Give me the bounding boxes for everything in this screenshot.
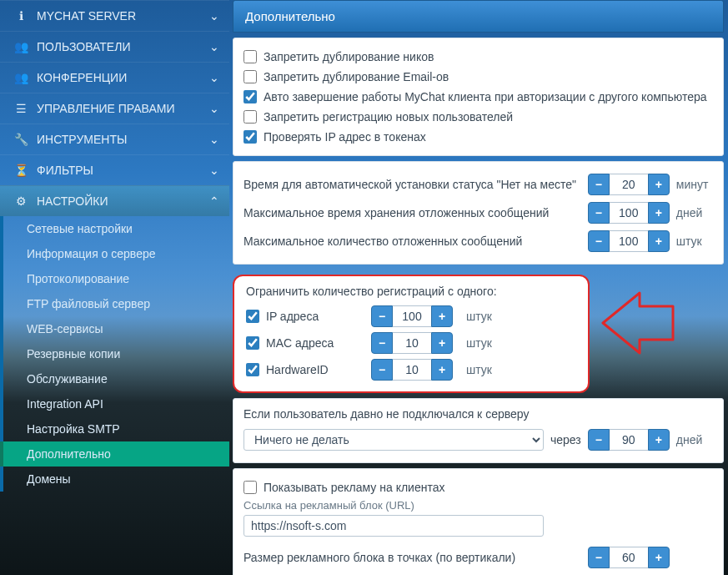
sidebar-sub-item[interactable]: Информация о сервере [0, 241, 229, 266]
sidebar-group-label: УПРАВЛЕНИЕ ПРАВАМИ [37, 102, 175, 115]
sidebar-group-settings[interactable]: ⚙ НАСТРОЙКИ ⌃ [0, 185, 229, 216]
spin-value[interactable]: 10 [393, 359, 431, 381]
cb-limit-mac[interactable] [246, 336, 259, 350]
cb-show-ads[interactable] [244, 481, 257, 494]
plus-button[interactable]: + [648, 547, 670, 568]
sidebar-sub-item[interactable]: Резервные копии [0, 341, 229, 366]
limit-keep-label: Максимальное время хранения отложенных с… [244, 206, 588, 219]
cb-email-dup[interactable] [244, 70, 257, 83]
chevron-down-icon: ⌄ [209, 133, 219, 146]
info-icon: ℹ [13, 9, 28, 23]
chevron-down-icon: ⌄ [209, 164, 219, 177]
spin-value[interactable]: 100 [610, 230, 648, 252]
plus-button[interactable]: + [648, 429, 670, 451]
plus-button[interactable]: + [431, 305, 453, 327]
sidebar-group-tools[interactable]: 🔧 ИНСТРУМЕНТЫ ⌄ [0, 124, 229, 154]
chevron-up-icon: ⌃ [209, 194, 219, 208]
spin-value[interactable]: 10 [393, 332, 431, 354]
cb-limit-hw[interactable] [246, 363, 259, 376]
plus-button[interactable]: + [431, 359, 453, 381]
limit-hw-label: HardwareID [266, 363, 364, 376]
sidebar-sub-item[interactable]: Протоколирование [0, 266, 229, 291]
sidebar-group-label: КОНФЕРЕНЦИИ [37, 71, 127, 84]
minus-button[interactable]: − [588, 230, 610, 252]
sidebar-sub-item[interactable]: Обслуживание [0, 366, 229, 391]
sidebar-sub-item[interactable]: Домены [0, 467, 229, 492]
spin-value[interactable]: 100 [610, 202, 648, 224]
sidebar: ℹ MYCHAT SERVER ⌄ 👥 ПОЛЬЗОВАТЕЛИ ⌄ 👥 КОН… [0, 0, 229, 575]
chevron-down-icon: ⌄ [209, 40, 219, 53]
unit-label: штук [676, 235, 713, 248]
idle-label: Если пользователь давно не подключался к… [244, 407, 713, 426]
cb-no-reg[interactable] [244, 110, 257, 124]
cb-check-ip[interactable] [244, 130, 257, 144]
plus-button[interactable]: + [648, 202, 670, 224]
plus-button[interactable]: + [648, 174, 670, 195]
ads-url-input[interactable] [244, 515, 544, 537]
minus-button[interactable]: − [588, 429, 610, 451]
sidebar-group-label: ИНСТРУМЕНТЫ [37, 133, 127, 146]
minus-button[interactable]: − [371, 305, 393, 327]
cb-auto-exit[interactable] [244, 90, 257, 103]
sidebar-group-server[interactable]: ℹ MYCHAT SERVER ⌄ [0, 0, 229, 31]
idle-action-select[interactable]: Ничего не делать [244, 429, 544, 451]
sidebar-group-label: ПОЛЬЗОВАТЕЛИ [37, 40, 130, 53]
idle-panel: Если пользователь давно не подключался к… [233, 398, 724, 463]
wrench-icon: 🔧 [13, 133, 28, 146]
spin-value[interactable]: 100 [393, 305, 431, 327]
minus-button[interactable]: − [371, 359, 393, 381]
sidebar-group-label: MYCHAT SERVER [37, 9, 136, 23]
limits-panel: Время для автоматической установки стату… [233, 161, 724, 265]
spin-value[interactable]: 60 [610, 547, 648, 568]
sidebar-sub-item[interactable]: Сетевые настройки [0, 216, 229, 241]
chevron-down-icon: ⌄ [209, 71, 219, 84]
cb-label: Запретить регистрацию новых пользователе… [264, 110, 513, 124]
chevron-down-icon: ⌄ [209, 102, 219, 115]
minus-button[interactable]: − [588, 202, 610, 224]
chevron-down-icon: ⌄ [209, 9, 219, 23]
ads-size-label: Размер рекламного блока в точках (по вер… [244, 551, 588, 564]
cb-label: Запретить дублирование Email-ов [264, 70, 449, 83]
idle-through-label: через [550, 433, 581, 446]
unit-label: штук [466, 363, 503, 376]
gear-icon: ⚙ [13, 194, 28, 208]
sidebar-sub-item[interactable]: Настройка SMTP [0, 416, 229, 441]
list-icon: ☰ [13, 102, 28, 115]
cb-label: Проверять IP адрес в токенах [264, 130, 426, 144]
sidebar-group-label: ФИЛЬТРЫ [37, 164, 93, 177]
limit-ip-label: IP адреса [266, 310, 364, 323]
cb-nick-dup[interactable] [244, 50, 257, 63]
minus-button[interactable]: − [588, 174, 610, 195]
users-icon: 👥 [13, 40, 28, 53]
unit-label: штук [466, 310, 503, 323]
minus-button[interactable]: − [588, 547, 610, 568]
cb-label: Авто завершение работы MyChat клиента пр… [264, 90, 707, 103]
sidebar-settings-children: Сетевые настройкиИнформация о сервереПро… [0, 216, 229, 492]
unit-label: штук [466, 336, 503, 350]
sidebar-sub-item[interactable]: FTP файловый сервер [0, 291, 229, 316]
reg-limit-panel: Ограничить количество регистраций с одно… [233, 275, 590, 393]
cb-limit-ip[interactable] [246, 310, 259, 323]
sidebar-sub-item[interactable]: Дополнительно [0, 441, 229, 467]
limit-away-label: Время для автоматической установки стату… [244, 178, 588, 191]
sidebar-group-rights[interactable]: ☰ УПРАВЛЕНИЕ ПРАВАМИ ⌄ [0, 93, 229, 124]
cb-label: Показывать рекламу на клиентах [264, 481, 444, 494]
sidebar-group-conferences[interactable]: 👥 КОНФЕРЕНЦИИ ⌄ [0, 62, 229, 93]
sidebar-sub-item[interactable]: Integration API [0, 391, 229, 416]
spin-value[interactable]: 90 [610, 429, 648, 451]
group-icon: 👥 [13, 71, 28, 84]
main-content: Дополнительно Запретить дублирование ник… [229, 0, 728, 575]
sidebar-group-filters[interactable]: ⏳ ФИЛЬТРЫ ⌄ [0, 154, 229, 185]
unit-label: дней [676, 433, 713, 446]
sidebar-group-users[interactable]: 👥 ПОЛЬЗОВАТЕЛИ ⌄ [0, 31, 229, 62]
sidebar-group-label: НАСТРОЙКИ [37, 194, 108, 208]
plus-button[interactable]: + [431, 332, 453, 354]
unit-label: минут [676, 178, 713, 191]
arrow-annotation-icon [600, 290, 675, 356]
plus-button[interactable]: + [648, 230, 670, 252]
spin-value[interactable]: 20 [610, 174, 648, 195]
unit-label: дней [676, 206, 713, 219]
ads-url-label: Ссылка на рекламный блок (URL) [244, 497, 713, 515]
sidebar-sub-item[interactable]: WEB-сервисы [0, 316, 229, 341]
minus-button[interactable]: − [371, 332, 393, 354]
